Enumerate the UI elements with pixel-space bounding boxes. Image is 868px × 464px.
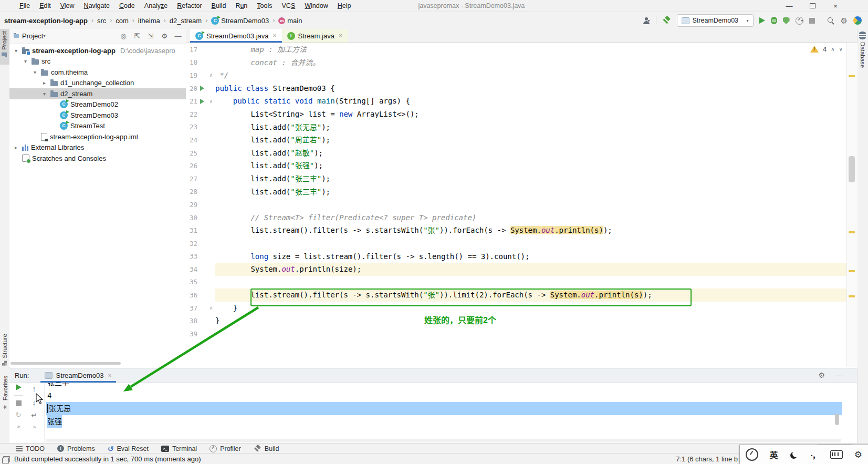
stop-button[interactable] xyxy=(809,18,815,24)
console-vertical-scrollbar[interactable] xyxy=(835,414,839,425)
fold-marker-icon[interactable]: ∧ xyxy=(207,99,215,104)
up-stack-trace-icon[interactable]: ↑ xyxy=(32,384,36,393)
tree-item-src[interactable]: ▾src xyxy=(9,56,186,67)
stripe-tab-structure[interactable]: Structure xyxy=(0,333,9,378)
tree-item-External Libraries[interactable]: ▸External Libraries xyxy=(9,142,186,153)
console-horizontal-scrollbar[interactable] xyxy=(46,439,841,442)
menu-item-edit[interactable]: Edit xyxy=(35,1,55,11)
more-actions-icon[interactable]: » xyxy=(17,424,20,429)
settings-gear-icon[interactable]: ⚙ xyxy=(841,17,848,25)
code-line-30[interactable]: 30 // Stream<T> filter(Predicate<? super… xyxy=(186,211,846,224)
stripe-tab-project[interactable]: Project xyxy=(0,29,9,65)
code-line-21[interactable]: 21∧ public static void main(String[] arg… xyxy=(186,95,846,108)
chevron-right-icon[interactable]: ▸ xyxy=(13,145,19,150)
panel-settings-gear-icon[interactable]: ⚙ xyxy=(161,33,168,39)
console-line[interactable]: 张三丰 xyxy=(46,383,842,389)
toolwindow-problems[interactable]: !Problems xyxy=(57,445,95,452)
code-line-27[interactable]: 27 list.add("张三丰"); xyxy=(186,172,846,185)
menu-item-tools[interactable]: Tools xyxy=(253,1,276,11)
toolwindow-terminal[interactable]: >_Terminal xyxy=(161,445,197,452)
tree-item-stream-exception-log-app.iml[interactable]: stream-exception-log-app.iml xyxy=(9,131,186,142)
more-options-icon[interactable]: » xyxy=(33,424,36,430)
menu-item-refactor[interactable]: Refactor xyxy=(173,1,206,11)
console-line[interactable]: 4 xyxy=(46,389,842,403)
tree-item-StreamDemo03[interactable]: CStreamDemo03 xyxy=(9,110,186,121)
coverage-button[interactable] xyxy=(783,17,790,24)
toolwindow-todo[interactable]: TODO xyxy=(16,445,45,452)
close-icon[interactable]: × xyxy=(273,32,277,39)
hide-run-panel-icon[interactable]: — xyxy=(835,372,842,379)
code-line-31[interactable]: 31 list.stream().filter(s -> s.startsWit… xyxy=(186,224,846,237)
code-line-23[interactable]: 23 list.add("张无忌"); xyxy=(186,121,846,134)
locate-file-icon[interactable]: ◎ xyxy=(120,33,127,39)
tree-item-d1_unchange_collection[interactable]: ▸d1_unchange_collection xyxy=(9,78,186,89)
chevron-down-icon[interactable]: ▾ xyxy=(32,69,38,75)
menu-item-run[interactable]: Run xyxy=(231,1,252,11)
code-line-26[interactable]: 26 list.add("张强"); xyxy=(186,159,846,172)
chevron-down-icon[interactable]: ▾ xyxy=(41,91,48,97)
tree-item-com.itheima[interactable]: ▾com.itheima xyxy=(9,67,186,78)
debug-button[interactable] xyxy=(771,17,777,24)
code-line-20[interactable]: 20public class StreamDemo03 { xyxy=(186,82,846,95)
moon-icon[interactable] xyxy=(792,450,799,457)
run-tab[interactable]: StreamDemo03 × xyxy=(40,368,116,383)
breadcrumb-item[interactable]: d2_stream xyxy=(170,17,202,25)
ime-settings-gear-icon[interactable]: ⚙ xyxy=(854,450,862,459)
menu-item-vcs[interactable]: VCS xyxy=(278,1,300,11)
tree-item-StreamDemo02[interactable]: CStreamDemo02 xyxy=(9,99,186,110)
editor-tab-StreamDemo03.java[interactable]: CStreamDemo03.java× xyxy=(190,29,282,43)
run-console-output[interactable]: 张三丰4张无忌张强 xyxy=(46,383,842,437)
project-horizontal-scrollbar[interactable] xyxy=(11,362,121,365)
tree-item-d2_stream[interactable]: ▾d2_stream xyxy=(9,88,186,99)
editor-tab-Stream.java[interactable]: IStream.java× xyxy=(282,29,348,43)
chevron-down-icon[interactable]: ▾ xyxy=(22,58,29,64)
fold-marker-icon[interactable]: ∧ xyxy=(207,305,215,311)
tree-item-Scratches and Consoles[interactable]: Scratches and Consoles xyxy=(9,153,186,164)
fold-marker-icon[interactable]: ∧ xyxy=(207,73,215,78)
run-settings-gear-icon[interactable]: ⚙ xyxy=(818,372,825,379)
chevron-right-icon[interactable]: ▸ xyxy=(41,80,48,86)
tree-item-StreamTest[interactable]: CStreamTest xyxy=(9,121,186,132)
expand-all-icon[interactable]: ⇱ xyxy=(133,33,141,39)
code-line-25[interactable]: 25 list.add("赵敏"); xyxy=(186,147,846,160)
rerun-button[interactable] xyxy=(16,384,22,390)
menu-item-analyze[interactable]: Analyze xyxy=(140,1,172,11)
toolwindow-profiler[interactable]: Profiler xyxy=(210,445,241,452)
vcs-users-button[interactable]: ▾ xyxy=(643,17,650,24)
build-hammer-icon[interactable] xyxy=(662,16,671,25)
run-line-icon[interactable] xyxy=(197,84,207,93)
stripe-tab-database[interactable]: Database xyxy=(858,30,867,88)
run-button[interactable] xyxy=(759,17,765,24)
next-problem-icon[interactable]: ∨ xyxy=(839,46,843,52)
code-line-35[interactable]: 35 xyxy=(186,276,846,289)
menu-item-window[interactable]: Window xyxy=(300,1,332,11)
editor-marker-bar[interactable] xyxy=(846,43,857,367)
run-configuration-select[interactable]: StreamDemo03 ▾ xyxy=(677,14,754,27)
console-line[interactable]: 张强 xyxy=(46,415,842,428)
restart-icon[interactable]: ↻ xyxy=(16,411,22,419)
ide-plugin-icon[interactable] xyxy=(853,16,862,25)
run-line-icon[interactable] xyxy=(197,97,207,106)
stripe-tab-favorites[interactable]: ★Favorites xyxy=(0,375,9,420)
code-line-33[interactable]: 33 long size = list.stream().filter(s ->… xyxy=(186,250,846,263)
breadcrumb-item[interactable]: src xyxy=(97,17,106,25)
editor-scrollbar-thumb[interactable] xyxy=(849,156,855,182)
close-icon[interactable]: × xyxy=(339,32,342,39)
toolwindow-eval-reset[interactable]: ↺Eval Reset xyxy=(108,445,149,453)
menu-item-navigate[interactable]: Navigate xyxy=(80,1,114,11)
breadcrumb-item[interactable]: stream-exception-log-app xyxy=(4,17,88,25)
breadcrumb-item[interactable]: itheima xyxy=(138,17,160,25)
code-line-17[interactable]: 17 map : 加工方法 xyxy=(186,43,846,56)
ime-language-toggle[interactable]: 英 xyxy=(769,448,778,461)
stop-process-button[interactable] xyxy=(16,400,22,406)
console-line[interactable]: 张无忌 xyxy=(46,402,842,415)
menu-item-code[interactable]: Code xyxy=(115,1,139,11)
minimize-button[interactable]: — xyxy=(778,2,801,10)
hide-panel-icon[interactable]: — xyxy=(174,33,182,39)
inspection-widget[interactable]: 4 ∧ ∨ xyxy=(810,45,843,53)
menu-item-file[interactable]: File xyxy=(15,1,34,11)
menu-item-build[interactable]: Build xyxy=(207,1,231,11)
menu-item-help[interactable]: Help xyxy=(333,1,355,11)
code-line-18[interactable]: 18 concat : 合并流。 xyxy=(186,56,846,69)
profiler-button[interactable]: ▾ xyxy=(796,17,803,25)
